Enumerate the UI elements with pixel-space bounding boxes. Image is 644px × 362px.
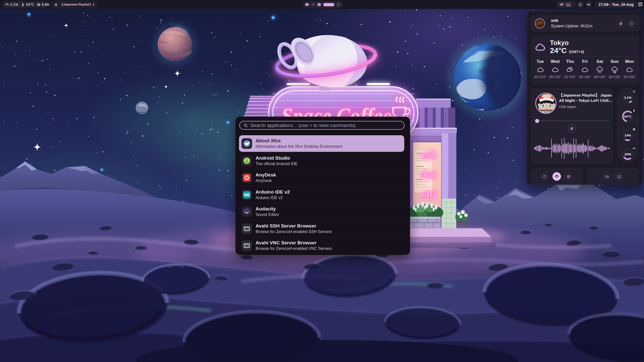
svg-text:TOKYO LO: TOKYO LO <box>539 111 554 114</box>
svg-text:oon: oon <box>421 168 436 180</box>
svg-text:esh: esh <box>422 149 436 160</box>
svg-text:ans: ans <box>422 188 436 199</box>
